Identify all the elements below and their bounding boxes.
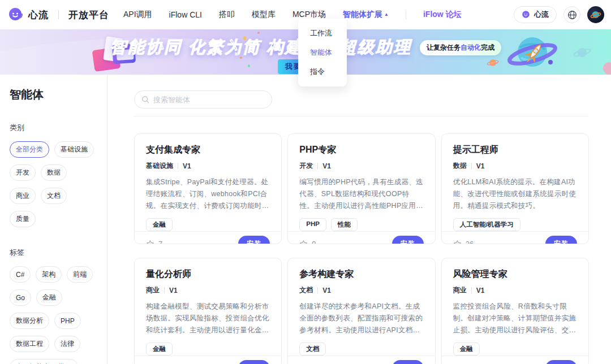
agent-version: V1 [322, 287, 331, 294]
nav-item-iflow-forum[interactable]: iFlow 论坛 [423, 10, 462, 20]
banner-headline: 智能协同 化繁为简 构建你的超级助理 [110, 36, 412, 59]
header-actions: 心流 [514, 6, 604, 23]
category-pill-business[interactable]: 商业 [10, 188, 36, 204]
agent-tag: 文档 [299, 343, 326, 356]
star-count: 7 [158, 240, 162, 245]
dropdown-item-command[interactable]: 指令 [298, 62, 347, 81]
logo[interactable]: 心流 开放平台 [8, 7, 109, 23]
install-button[interactable]: 安装 [392, 360, 424, 364]
account-button[interactable]: 心流 [514, 6, 557, 23]
category-pill-docs[interactable]: 文档 [41, 188, 67, 204]
category-pill-infra[interactable]: 基础设施 [54, 141, 94, 158]
tag-pill-finance[interactable]: 金融 [36, 289, 62, 306]
user-avatar[interactable] [587, 6, 604, 23]
dropdown-item-agent[interactable]: 智能体 [298, 43, 347, 62]
content-divider [134, 116, 589, 116]
agent-tag: PHP [299, 218, 326, 231]
agent-card[interactable]: PHP专家 开发V1 编写惯用的PHP代码，具有生成器、迭代器、SPL数据结构和… [287, 133, 435, 244]
globe-icon [567, 10, 577, 20]
tag-pill-csharp[interactable]: C# [10, 266, 31, 283]
agent-title: 风险管理专家 [453, 268, 577, 280]
star-icon[interactable] [299, 240, 308, 245]
nav-item-api[interactable]: API调用 [123, 10, 152, 20]
category-pills: 全部分类 基础设施 开发 数据 商业 文档 质量 [10, 141, 97, 227]
agent-description: 优化LLM和AI系统的提示。在构建AI功能、改进代理性能或创建系统提示时使用。精… [453, 176, 577, 212]
star-icon[interactable] [146, 240, 154, 245]
saturn-avatar-icon [590, 9, 601, 20]
banner-badge: 让复杂任务自动化完成 [420, 40, 501, 55]
agent-card[interactable]: 提示工程师 数据V1 优化LLM和AI系统的提示。在构建AI功能、改进代理性能或… [441, 133, 589, 244]
category-pill-all[interactable]: 全部分类 [10, 141, 49, 158]
star-count: 9 [312, 240, 316, 245]
brand-logo-icon [8, 7, 24, 23]
language-button[interactable] [563, 6, 580, 23]
confetti-dot [248, 64, 250, 67]
category-pill-quality[interactable]: 质量 [10, 211, 36, 227]
search-input[interactable] [153, 96, 265, 104]
agent-description: 编写惯用的PHP代码，具有生成器、迭代器、SPL数据结构和现代OOP特性。主动使… [299, 176, 423, 212]
badge-suffix: 完成 [481, 44, 494, 51]
tags-label: 标签 [10, 248, 97, 258]
category-pill-data[interactable]: 数据 [41, 164, 67, 181]
badge-highlight: 自动化 [461, 44, 481, 51]
search-box[interactable] [134, 90, 272, 109]
agent-card[interactable]: 风险管理专家 商业V1 监控投资组合风险、R倍数和头寸限制。创建对冲策略、计算期… [441, 258, 589, 364]
install-button[interactable]: 安装 [545, 360, 577, 364]
agent-category: 商业 [146, 285, 160, 295]
brand-name: 心流 [28, 8, 49, 21]
tag-pill-php[interactable]: PHP [54, 313, 81, 329]
agent-tag: 人工智能/机器学习 [453, 218, 520, 231]
agent-card[interactable]: 参考构建专家 文档V1 创建详尽的技术参考和API文档。生成全面的参数列表、配置… [287, 258, 435, 364]
install-button[interactable]: 安装 [545, 236, 577, 245]
search-icon [141, 96, 149, 103]
agent-description: 监控投资组合风险、R倍数和头寸限制。创建对冲策略、计算期望值并实施止损。主动使用… [453, 301, 577, 336]
install-button[interactable]: 安装 [238, 360, 270, 364]
tag-pill-architecture[interactable]: 架构 [36, 266, 62, 283]
tag-pill-frontend[interactable]: 前端 [67, 266, 93, 283]
confetti-dot [257, 32, 260, 34]
agent-card[interactable]: 支付集成专家 基础设施V1 集成Stripe、PayPal和支付处理器。处理结账… [134, 133, 282, 244]
tag-pill-law[interactable]: 法律 [54, 336, 80, 352]
nav-item-iflow-cli[interactable]: iFlow CLI [169, 10, 202, 19]
tag-pill-ai-ml[interactable]: 人工智能/机器学习 [10, 359, 78, 364]
agent-card-grid: 支付集成专家 基础设施V1 集成Stripe、PayPal和支付处理器。处理结账… [134, 133, 589, 364]
agent-category: 基础设施 [146, 161, 173, 171]
install-button[interactable]: 安装 [238, 236, 270, 245]
agent-extensions-dropdown: 工作流 智能体 指令 [298, 19, 347, 86]
agent-description: 构建金融模型、测试交易策略和分析市场数据。实现风险指标、投资组合优化和统计套利。… [146, 301, 270, 336]
agent-list-content: 支付集成专家 基础设施V1 集成Stripe、PayPal和支付处理器。处理结账… [107, 75, 611, 364]
agent-tag: 金融 [453, 343, 480, 356]
agent-category: 商业 [453, 285, 467, 295]
nav-item-models[interactable]: 模型库 [252, 10, 276, 20]
page-title: 智能体 [10, 87, 97, 102]
agent-title: 提示工程师 [453, 144, 577, 156]
category-pill-dev[interactable]: 开发 [10, 164, 36, 181]
agent-tag: 金融 [146, 218, 173, 231]
agent-category: 开发 [299, 161, 313, 171]
agent-title: 量化分析师 [146, 268, 270, 280]
agent-version: V1 [322, 162, 331, 170]
nav-item-agent-extensions[interactable]: 智能体扩展▲ [343, 10, 389, 20]
agent-version: V1 [476, 162, 485, 170]
agent-category: 文档 [299, 285, 313, 295]
agent-card[interactable]: 量化分析师 商业V1 构建金融模型、测试交易策略和分析市场数据。实现风险指标、投… [134, 258, 282, 364]
agent-version: V1 [476, 287, 485, 294]
brand-suffix: 开放平台 [68, 8, 109, 21]
nav-item-dakou[interactable]: 搭叩 [219, 10, 235, 20]
tag-pill-go[interactable]: Go [10, 289, 31, 306]
agent-category: 数据 [453, 161, 467, 171]
main-nav: API调用 iFlow CLI 搭叩 模型库 MCP市场 智能体扩展▲ iFlo… [123, 10, 462, 20]
install-button[interactable]: 安装 [392, 236, 424, 245]
category-label: 类别 [10, 123, 97, 133]
agent-title: 支付集成专家 [146, 144, 270, 156]
edge-circle-decor [603, 62, 611, 75]
filter-sidebar: 智能体 类别 全部分类 基础设施 开发 数据 商业 文档 质量 标签 C# 架构… [0, 75, 107, 364]
tag-pill-data-analysis[interactable]: 数据分析 [10, 313, 49, 329]
nav-divider [406, 11, 406, 19]
caret-up-icon: ▲ [384, 12, 389, 17]
small-planet-icon [487, 58, 499, 68]
dropdown-item-workflow[interactable]: 工作流 [298, 24, 347, 43]
tag-pill-data-eng[interactable]: 数据工程 [10, 336, 49, 352]
star-icon[interactable] [453, 240, 462, 245]
nav-item-agent-extensions-label: 智能体扩展 [343, 10, 382, 19]
